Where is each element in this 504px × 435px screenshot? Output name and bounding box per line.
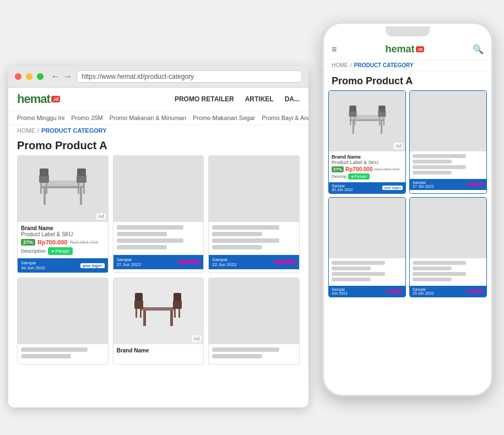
footer-sampai-label-1: Sampai	[21, 260, 45, 265]
footer-bar-3	[274, 260, 296, 264]
ph-line-6b	[212, 354, 262, 358]
desktop-breadcrumb: HOME / PRODUCT CATEGORY	[8, 125, 308, 136]
svg-rect-22	[174, 293, 181, 301]
svg-rect-27	[349, 111, 356, 117]
mobile-bc-current: PRODUCT CATEGORY	[354, 62, 414, 68]
browser-forward-button[interactable]: →	[63, 72, 72, 81]
desktop-nav-more[interactable]: DA...	[285, 95, 300, 103]
mobile-page-title: Promo Product A	[324, 71, 491, 90]
svg-rect-16	[136, 309, 137, 318]
mobile-ph-2a	[413, 154, 466, 158]
footer-sampai-3: Sampai 22 Jun 2022	[212, 257, 236, 267]
mobile-brand-1: Brand Name	[332, 154, 403, 160]
mobile-card-footer-4: Sampai 15 Jun 2022	[410, 286, 486, 297]
svg-rect-15	[134, 300, 143, 309]
mobile-product-card-4[interactable]: Sampai 15 Jun 2022	[409, 197, 487, 297]
mobile-wa-icon-1: ●	[351, 174, 354, 179]
footer-date-2: 27 Jun 2022	[117, 262, 141, 267]
desktop-nav-promo[interactable]: PROMO RETAILER	[175, 95, 234, 103]
mobile-wa-btn-1[interactable]: ● Pesan	[348, 173, 370, 180]
desktop-product-card-2[interactable]: Sampai 27 Jun 2022	[113, 155, 204, 273]
mobile-product-image-1: Ad	[329, 91, 405, 151]
mobile-ph-3a	[332, 261, 385, 265]
mobile-footer-info-2: Sampai 27 Jun 2022	[413, 181, 434, 188]
desktop-subnav: Promo Minggu Ini Promo JSM Promo Makanan…	[8, 111, 308, 125]
mobile-product-card-1[interactable]: Ad Brand Name Product Label & SKU 27% Rp…	[328, 90, 406, 194]
svg-rect-7	[77, 175, 86, 183]
mobile-ph-3b	[332, 267, 371, 270]
desktop-product-card-1[interactable]: Ad Brand Name Product Label & SKU 27% Rp…	[17, 155, 109, 273]
desktop-page-title: Promo Product A	[8, 136, 308, 155]
footer-logo-1: your logo+	[80, 263, 105, 268]
breadcrumb-home[interactable]: HOME	[17, 127, 35, 134]
desktop-product-card-6[interactable]	[208, 278, 300, 365]
product-image-3	[209, 156, 299, 222]
svg-rect-30	[378, 111, 386, 117]
footer-sampai-1: Sampai 30 Jun 2022	[21, 260, 45, 270]
desktop-product-card-3[interactable]: Sampai 22 Jun 2022	[208, 155, 300, 273]
footer-date-1: 30 Jun 2022	[21, 265, 45, 270]
browser-back-button[interactable]: ←	[51, 72, 60, 81]
svg-rect-6	[46, 183, 47, 194]
mobile-product-info-1: Brand Name Product Label & SKU 27% Rp700…	[329, 151, 405, 182]
mobile-orig-price-1: Rp1.054.794	[375, 167, 400, 172]
product-info-6	[209, 344, 299, 364]
browser-maximize-dot[interactable]	[37, 73, 44, 80]
subnav-makanan[interactable]: Promo Makanan & Minuman	[110, 115, 186, 121]
product-image-5: Ad	[113, 278, 204, 344]
svg-rect-13	[143, 311, 146, 326]
mobile-ph-2b	[413, 160, 452, 164]
browser-url-bar[interactable]: https://www.hemat.id/product-category	[77, 70, 302, 83]
subnav-bayi[interactable]: Promo Bayi & Anak	[262, 115, 308, 121]
mobile-product-card-3[interactable]: Sampai Jun 2022	[328, 197, 406, 297]
mobile-product-info-3	[329, 258, 405, 286]
discount-badge-1: 27%	[21, 239, 35, 246]
mobile-footer-date-4: 15 Jun 2022	[413, 291, 434, 295]
subnav-segar[interactable]: Promo Makanan Segar	[193, 115, 255, 121]
desktop-product-card-4[interactable]	[17, 278, 109, 365]
product-info-5: Brand Name	[113, 344, 204, 357]
phone-mockup: ≡ hemat .id 🔍 HOME / PRODUCT CATEGORY Pr…	[322, 22, 493, 396]
desc-text-1: Description	[21, 248, 46, 254]
svg-rect-8	[78, 183, 79, 194]
product-label-1: Product Label & SKU	[21, 231, 105, 237]
brand-name-5: Brand Name	[117, 347, 200, 354]
browser-minimize-dot[interactable]	[26, 73, 32, 80]
browser-close-dot[interactable]	[15, 73, 21, 80]
mobile-price-1: Rp700.000	[345, 166, 372, 172]
mobile-logo-text: hemat	[385, 44, 414, 55]
mobile-product-image-4	[410, 198, 486, 258]
mobile-footer-sampai-4: Sampai	[413, 287, 434, 291]
mobile-footer-sampai-3: Sampai	[332, 287, 348, 291]
desktop-logo[interactable]: hemat .id	[17, 92, 60, 106]
product-info-3	[209, 222, 299, 255]
subnav-jsm[interactable]: Promo JSM	[71, 115, 102, 121]
mobile-product-card-2[interactable]: Sampai 27 Jun 2022	[409, 90, 487, 194]
subnav-minggu[interactable]: Promo Minggu Ini	[17, 115, 64, 121]
mobile-footer-info-3: Sampai Jun 2022	[332, 287, 348, 295]
desktop-nav-artikel[interactable]: ARTIKEL	[245, 95, 274, 103]
desktop-product-card-5[interactable]: Ad Brand Name	[113, 278, 204, 365]
mobile-desc-row-1: Descrip ● Pesan	[332, 173, 403, 180]
mobile-header: ≡ hemat .id 🔍	[324, 39, 491, 60]
mobile-logo[interactable]: hemat .id	[385, 44, 424, 55]
mobile-desc-text-1: Descrip	[332, 174, 346, 179]
svg-rect-33	[349, 105, 356, 111]
product-image-1: Ad	[18, 156, 108, 222]
ph-line-3d	[212, 245, 262, 249]
footer-sampai-2: Sampai 27 Jun 2022	[117, 257, 141, 267]
phone-notch	[386, 26, 430, 36]
product-info-1: Brand Name Product Label & SKU 27% Rp700…	[18, 222, 108, 258]
svg-rect-29	[354, 116, 355, 125]
svg-rect-32	[383, 116, 384, 125]
ph-line-3b	[212, 232, 262, 236]
svg-rect-21	[135, 293, 143, 301]
svg-rect-5	[40, 183, 42, 194]
svg-rect-24	[352, 121, 354, 133]
chair-image-1	[38, 164, 88, 214]
mobile-menu-icon[interactable]: ≡	[332, 45, 337, 55]
mobile-breadcrumb: HOME / PRODUCT CATEGORY	[324, 60, 491, 71]
mobile-bc-home[interactable]: HOME	[332, 62, 348, 68]
whatsapp-btn-1[interactable]: ● Pesan	[48, 247, 73, 255]
mobile-search-icon[interactable]: 🔍	[473, 44, 484, 55]
